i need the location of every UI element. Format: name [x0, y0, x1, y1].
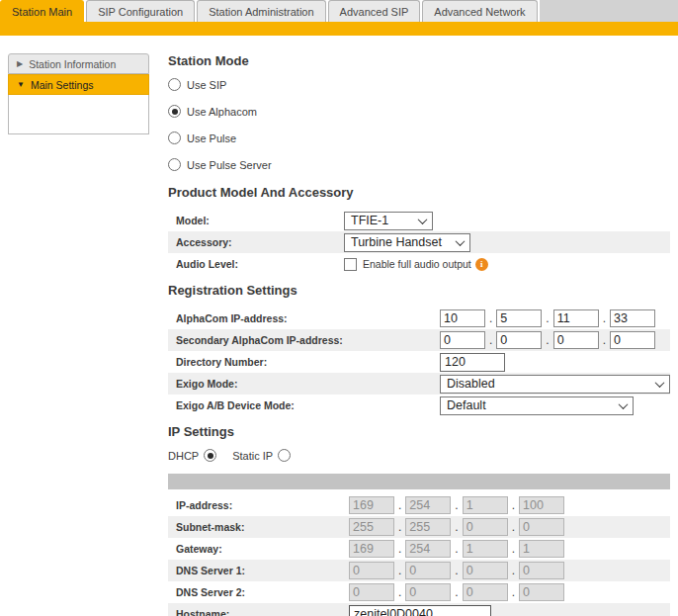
enable-full-audio-checkbox[interactable] [344, 258, 357, 271]
directory-number-input[interactable] [440, 353, 505, 372]
accessory-select[interactable]: Turbine Handset [344, 233, 470, 252]
tab-advanced-network[interactable]: Advanced Network [422, 0, 537, 22]
exigo-mode-select-value: Disabled [447, 377, 495, 391]
radio-button-selected-icon[interactable] [168, 105, 181, 118]
subnet-octet-1 [349, 518, 394, 536]
tab-strip-filler [540, 0, 678, 22]
subnet-mask-label: Subnet-mask: [168, 521, 349, 533]
secondary-alphacom-ip-label: Secondary AlphaCom IP-address: [168, 334, 440, 346]
alphacom-ip-row: AlphaCom IP-address: . . . [168, 308, 670, 329]
product-heading: Product Model And Accessory [168, 185, 670, 200]
octet-separator: . [455, 564, 458, 577]
dns-server-1-row: DNS Server 1: . . . [168, 560, 670, 581]
tab-advanced-sip[interactable]: Advanced SIP [328, 0, 421, 22]
octet-separator: . [546, 311, 549, 325]
chevron-down-icon [655, 378, 665, 388]
info-icon[interactable]: i [475, 258, 488, 271]
chevron-down-icon [456, 236, 466, 246]
model-select-value: TFIE-1 [351, 214, 388, 227]
ip-octet-3 [463, 496, 508, 514]
gateway-octet-4 [519, 540, 564, 558]
exigo-mode-select[interactable]: Disabled [440, 375, 670, 394]
radio-use-alphacom[interactable]: Use Alphacom [168, 105, 670, 118]
ip-address-row: IP-address: . . . [168, 494, 670, 516]
chevron-right-icon: ▶ [17, 60, 23, 68]
dns-server-2-row: DNS Server 2: . . . [168, 581, 670, 603]
secondary-ip-octet-2[interactable] [496, 331, 542, 349]
dhcp-radio[interactable] [204, 449, 216, 462]
dns2-octet-2 [405, 583, 451, 601]
exigo-ab-select[interactable]: Default [440, 396, 634, 415]
octet-separator: . [512, 498, 515, 512]
alphacom-ip-octet-4[interactable] [610, 309, 655, 327]
model-label: Model: [168, 215, 344, 226]
chevron-down-icon [418, 215, 428, 224]
hostname-label: Hostname: [168, 608, 349, 616]
model-row: Model: TFIE-1 [168, 210, 670, 231]
gateway-octet-2 [405, 540, 451, 558]
alphacom-ip-octet-1[interactable] [440, 309, 485, 327]
main-content: Station Mode Use SIP Use Alphacom Use Pu… [168, 53, 670, 616]
sidebar-item-main-settings-label: Main Settings [31, 79, 94, 91]
radio-use-pulse-server[interactable]: Use Pulse Server [168, 158, 670, 171]
ip-octet-2 [405, 496, 451, 514]
enable-full-audio-label: Enable full audio output [363, 258, 471, 270]
octet-separator: . [455, 498, 458, 512]
dns2-octet-3 [463, 583, 508, 601]
radio-use-sip-label: Use SIP [187, 79, 226, 91]
dhcp-label: DHCP [168, 450, 199, 462]
accessory-label: Accessory: [168, 236, 344, 248]
registration-heading: Registration Settings [168, 283, 670, 298]
sidebar-item-station-information-label: Station Information [29, 58, 116, 70]
static-ip-label: Static IP [232, 450, 273, 462]
radio-use-alphacom-label: Use Alphacom [187, 106, 257, 118]
hostname-input[interactable] [349, 605, 491, 616]
ip-octet-1 [349, 496, 394, 514]
alphacom-ip-octet-3[interactable] [553, 309, 599, 327]
subnet-octet-3 [463, 518, 508, 536]
subnet-mask-row: Subnet-mask: . . . [168, 516, 670, 538]
octet-separator: . [398, 542, 401, 556]
tab-station-administration[interactable]: Station Administration [197, 0, 325, 22]
gateway-label: Gateway: [168, 543, 349, 555]
sidebar-item-main-settings[interactable]: ▼ Main Settings [8, 74, 149, 95]
exigo-ab-label: Exigo A/B Device Mode: [168, 399, 440, 411]
octet-separator: . [455, 585, 458, 599]
exigo-mode-label: Exigo Mode: [168, 378, 440, 390]
accent-bar [0, 22, 678, 36]
octet-separator: . [398, 498, 401, 512]
radio-use-sip[interactable]: Use SIP [168, 78, 670, 91]
radio-button-icon[interactable] [168, 78, 181, 91]
tab-station-main[interactable]: Station Main [0, 0, 84, 22]
dns1-octet-2 [405, 562, 451, 579]
octet-separator: . [489, 311, 492, 325]
dns-server-2-label: DNS Server 2: [168, 586, 349, 598]
accessory-row: Accessory: Turbine Handset [168, 231, 670, 253]
ip-octet-4 [519, 496, 564, 514]
gateway-octet-1 [349, 540, 394, 558]
radio-button-icon[interactable] [168, 158, 181, 171]
octet-separator: . [455, 520, 458, 534]
radio-use-pulse-label: Use Pulse [187, 132, 236, 144]
ip-settings-heading: IP Settings [168, 424, 670, 439]
radio-use-pulse-server-label: Use Pulse Server [187, 159, 272, 171]
tab-bar: Station Main SIP Configuration Station A… [0, 0, 678, 22]
radio-use-pulse[interactable]: Use Pulse [168, 132, 670, 144]
accessory-select-value: Turbine Handset [351, 235, 442, 249]
model-select[interactable]: TFIE-1 [344, 212, 433, 230]
radio-button-icon[interactable] [168, 132, 181, 144]
static-ip-radio[interactable] [278, 449, 291, 462]
tab-sip-configuration[interactable]: SIP Configuration [86, 0, 195, 22]
sidebar: ▶ Station Information ▼ Main Settings [8, 53, 149, 616]
secondary-ip-octet-4[interactable] [610, 331, 655, 349]
octet-separator: . [455, 542, 458, 556]
alphacom-ip-octet-2[interactable] [496, 309, 542, 327]
secondary-ip-octet-1[interactable] [440, 331, 485, 349]
octet-separator: . [546, 333, 549, 347]
dhcp-static-row: DHCP Static IP [168, 449, 670, 462]
secondary-ip-octet-3[interactable] [553, 331, 599, 349]
dns1-octet-1 [349, 562, 394, 579]
octet-separator: . [398, 520, 401, 534]
sidebar-item-station-information[interactable]: ▶ Station Information [8, 53, 149, 74]
gateway-octet-3 [463, 540, 508, 558]
